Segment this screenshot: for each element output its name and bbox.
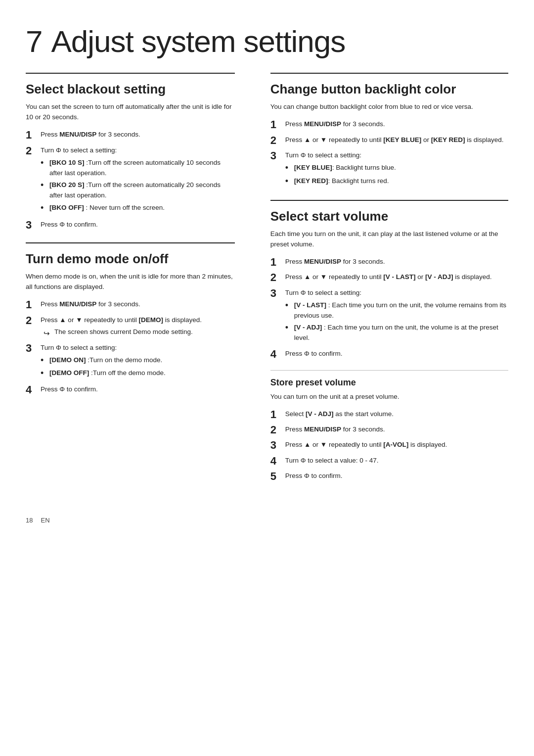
bold-text: [KEY BLUE] xyxy=(383,136,421,143)
list-item: •[V - LAST] : Each time you turn on the … xyxy=(285,300,508,321)
chapter-title: Adjust system settings xyxy=(51,24,345,58)
bullet-icon: • xyxy=(41,368,49,379)
step-content: Press ▲ or ▼ repeatedly to until [KEY BL… xyxy=(285,135,508,145)
right-section2-title: Select start volume xyxy=(270,209,508,224)
step-content: Turn Φ to select a setting: •[BKO 10 S] … xyxy=(41,145,235,216)
bold-text: [BKO 20 S] xyxy=(49,181,85,189)
page-number: 18 xyxy=(26,517,33,524)
step-number: 4 xyxy=(26,383,41,396)
step: 3 Turn Φ to select a setting: •[DEMO ON]… xyxy=(26,343,235,381)
list-item: •[BKO 20 S] :Turn off the screen automat… xyxy=(41,180,235,201)
step-content: Turn Φ to select a setting: •[DEMO ON] :… xyxy=(41,343,235,381)
section2-divider xyxy=(26,242,235,243)
right-section1-steps: 1 Press MENU/DISP for 3 seconds. 2 Press… xyxy=(270,119,508,189)
step: 3 Turn Φ to select a setting: •[V - LAST… xyxy=(270,288,508,346)
step-number: 1 xyxy=(270,408,285,421)
list-item: •[V - ADJ] : Each time you turn on the u… xyxy=(285,323,508,343)
step: 1 Press MENU/DISP for 3 seconds. xyxy=(270,119,508,131)
chapter-number: 7 xyxy=(26,24,42,58)
bullet-icon: • xyxy=(41,180,49,191)
bold-text: [V - ADJ] xyxy=(294,324,322,331)
list-item: •[BKO 10 S] :Turn off the screen automat… xyxy=(41,158,235,179)
content-columns: Select blackout setting You can set the … xyxy=(26,73,508,486)
list-item: •[DEMO ON] :Turn on the demo mode. xyxy=(41,355,235,366)
item-text: [KEY RED]: Backlight turns red. xyxy=(294,176,389,187)
bold-text: [V - LAST] xyxy=(383,273,415,281)
step-content: Turn Φ to select a setting: •[KEY BLUE]:… xyxy=(285,150,508,189)
bold-text: [DEMO OFF] xyxy=(49,369,89,377)
bold-text: [KEY BLUE] xyxy=(294,164,332,171)
step-number: 2 xyxy=(270,271,285,284)
bold-text: MENU/DISP xyxy=(304,258,341,265)
step-number: 5 xyxy=(270,470,285,483)
list-item: •[BKO OFF] : Never turn off the screen. xyxy=(41,203,235,214)
bullet-list: •[V - LAST] : Each time you turn on the … xyxy=(285,300,508,344)
item-text: [V - LAST] : Each time you turn on the u… xyxy=(294,300,508,321)
bullet-icon: • xyxy=(285,322,294,333)
step: 4 Turn Φ to select a value: 0 - 47. xyxy=(270,456,508,468)
section2-title: Turn demo mode on/off xyxy=(26,251,235,267)
bold-text: [V - ADJ] xyxy=(425,273,453,281)
step-number: 3 xyxy=(26,219,41,232)
language-label: EN xyxy=(41,517,49,524)
bullet-list: •[KEY BLUE]: Backlight turns blue. •[KEY… xyxy=(285,163,508,187)
section2-intro: When demo mode is on, when the unit is i… xyxy=(26,272,235,292)
step-number: 2 xyxy=(26,144,41,157)
section1-steps: 1 Press MENU/DISP for 3 seconds. 2 Turn … xyxy=(26,130,235,232)
bold-text: MENU/DISP xyxy=(59,300,96,308)
step-content: Press MENU/DISP for 3 seconds. xyxy=(285,257,508,267)
step-content: Press MENU/DISP for 3 seconds. xyxy=(41,299,235,310)
bold-text: MENU/DISP xyxy=(304,425,341,433)
arrow-icon: ↪ xyxy=(44,328,54,339)
step-content: Press Φ to confirm. xyxy=(285,471,508,481)
step-content: Press ▲ or ▼ repeatedly to until [A-VOL]… xyxy=(285,440,508,450)
arrow-text: The screen shows current Demo mode setti… xyxy=(54,327,193,337)
list-item: •[KEY RED]: Backlight turns red. xyxy=(285,176,508,187)
section1-intro: You can set the screen to turn off autom… xyxy=(26,102,235,123)
right-section1-title: Change button backlight color xyxy=(270,82,508,97)
step-number: 3 xyxy=(270,287,285,300)
step: 1 Select [V - ADJ] as the start volume. xyxy=(270,409,508,421)
bullet-list: •[BKO 10 S] :Turn off the screen automat… xyxy=(41,158,235,214)
step: 1 Press MENU/DISP for 3 seconds. xyxy=(270,257,508,269)
bold-text: [DEMO] xyxy=(139,316,164,324)
step-number: 3 xyxy=(270,439,285,452)
right-section1-intro: You can change button backlight color fr… xyxy=(270,102,508,112)
right-section2-divider xyxy=(270,200,508,201)
step: 2 Press ▲ or ▼ repeatedly to until [KEY … xyxy=(270,135,508,147)
bullet-list: •[DEMO ON] :Turn on the demo mode. •[DEM… xyxy=(41,355,235,379)
step: 1 Press MENU/DISP for 3 seconds. xyxy=(26,130,235,142)
item-text: [DEMO OFF] :Turn off the demo mode. xyxy=(49,368,166,378)
bold-text: MENU/DISP xyxy=(59,131,96,138)
step-number: 2 xyxy=(270,424,285,436)
bullet-icon: • xyxy=(41,202,49,214)
step-content: Turn Φ to select a setting: •[V - LAST] … xyxy=(285,288,508,346)
step-content: Press Φ to confirm. xyxy=(41,220,235,230)
step-content: Select [V - ADJ] as the start volume. xyxy=(285,409,508,420)
step: 3 Press ▲ or ▼ repeatedly to until [A-VO… xyxy=(270,440,508,452)
bold-text: [V - LAST] xyxy=(294,301,326,309)
section1-divider xyxy=(26,73,235,74)
step-content: Press MENU/DISP for 3 seconds. xyxy=(41,130,235,140)
step-content: Press Φ to confirm. xyxy=(285,349,508,359)
step-number: 1 xyxy=(270,256,285,269)
step-content: Press ▲ or ▼ repeatedly to until [DEMO] … xyxy=(41,315,235,339)
step-number: 3 xyxy=(26,342,41,355)
bold-text: MENU/DISP xyxy=(304,120,341,128)
arrow-note: ↪ The screen shows current Demo mode set… xyxy=(44,327,235,339)
step-content: Press MENU/DISP for 3 seconds. xyxy=(285,425,508,435)
page-layout: 7Adjust system settings Select blackout … xyxy=(26,24,508,524)
bold-text: [BKO OFF] xyxy=(49,204,84,211)
step-number: 1 xyxy=(26,298,41,311)
step: 2 Press MENU/DISP for 3 seconds. xyxy=(270,425,508,436)
item-text: [BKO 10 S] :Turn off the screen automati… xyxy=(49,158,235,179)
bold-text: [A-VOL] xyxy=(383,441,408,448)
step-content: Press MENU/DISP for 3 seconds. xyxy=(285,119,508,130)
right-column: Change button backlight color You can ch… xyxy=(253,73,508,486)
step-number: 1 xyxy=(26,129,41,142)
bold-text: [KEY RED] xyxy=(431,136,465,143)
item-text: [BKO 20 S] :Turn off the screen automati… xyxy=(49,180,235,201)
step: 3 Turn Φ to select a setting: •[KEY BLUE… xyxy=(270,150,508,189)
bullet-icon: • xyxy=(285,176,294,187)
left-column: Select blackout setting You can set the … xyxy=(26,73,253,486)
